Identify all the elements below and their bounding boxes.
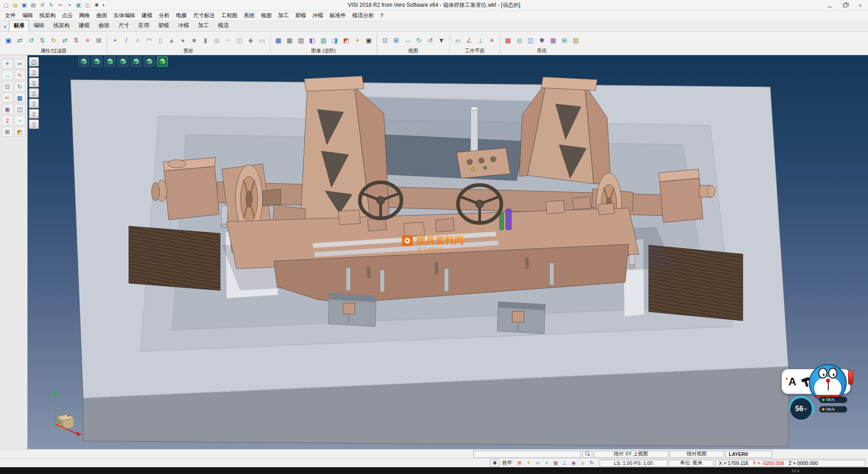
tab-application[interactable]: 应用 <box>134 20 154 31</box>
workplane-list-icon[interactable]: ≡ <box>486 35 497 46</box>
revolve-icon[interactable]: ◎ <box>212 35 222 46</box>
menu-item[interactable]: 文件 <box>2 11 19 20</box>
orbit-icon[interactable]: ↻ <box>414 35 424 46</box>
grid-toggle-icon[interactable]: ▦ <box>552 460 560 467</box>
copy-icon[interactable]: ◫ <box>14 104 26 114</box>
save-icon[interactable]: ▣ <box>20 1 28 9</box>
mask-points-icon[interactable]: ▯ <box>29 119 39 129</box>
cylinder-icon[interactable]: ▯ <box>155 35 165 46</box>
menu-item[interactable]: ? <box>377 12 387 20</box>
tab-die[interactable]: 冲模 <box>174 20 193 31</box>
transparency-icon[interactable]: ◨ <box>330 35 340 46</box>
tab-flow[interactable]: 模流 <box>213 20 233 31</box>
menu-item[interactable]: 工程图 <box>218 11 241 20</box>
snap-settings-icon[interactable]: ⊞ <box>515 460 524 467</box>
view-list-icon[interactable]: ▼ <box>436 35 447 46</box>
quick-access-caret-icon[interactable]: ▾ <box>101 3 106 7</box>
lighting-icon[interactable]: ✦ <box>352 35 363 46</box>
circle-icon[interactable]: ○ <box>132 35 143 46</box>
magnet-icon[interactable]: ◉ <box>570 460 578 467</box>
shell-icon[interactable]: ▭ <box>257 35 267 46</box>
mask-solids-icon[interactable]: ▯ <box>29 78 39 87</box>
texture-icon[interactable]: ▨ <box>318 35 329 46</box>
shaded-icon[interactable]: ▩ <box>273 35 283 46</box>
fill-icon[interactable]: ▩ <box>14 93 26 103</box>
zoom-extents-icon[interactable]: ⊡ <box>380 35 390 46</box>
view-cube-right-icon[interactable] <box>144 57 155 66</box>
view-cube-back-icon[interactable] <box>118 57 128 66</box>
menu-item[interactable]: 标准件 <box>326 11 349 20</box>
view-cube-front-icon[interactable] <box>104 57 115 66</box>
transform-icon[interactable]: ↔ <box>2 70 13 80</box>
close-button[interactable]: × <box>853 0 868 10</box>
memory-usage-gauge[interactable]: 56% <box>788 396 814 422</box>
sweep-icon[interactable]: ~ <box>223 35 233 46</box>
view-cube-iso-icon[interactable] <box>78 57 89 66</box>
undo-icon[interactable]: ↺ <box>38 1 47 9</box>
menu-item[interactable]: 塑模 <box>292 11 309 20</box>
filter-plane-icon[interactable]: ⇅ <box>71 35 81 46</box>
sketch-icon[interactable]: ✎ <box>14 70 26 80</box>
trim-icon[interactable]: ✂ <box>14 59 26 69</box>
ortho-icon[interactable]: ⊥ <box>561 460 569 467</box>
database-icon[interactable]: ▨ <box>571 35 581 46</box>
point-icon[interactable]: • <box>110 35 120 46</box>
tab-edit[interactable]: 编辑 <box>29 20 49 31</box>
view-cube-shaded-icon[interactable] <box>157 57 168 66</box>
tab-wireframe[interactable]: 线架构 <box>49 20 74 31</box>
wireframe-icon[interactable]: ▦ <box>284 35 295 46</box>
print-icon[interactable]: ▤ <box>29 1 38 9</box>
overlap-windows-icon[interactable]: ◫ <box>29 57 39 66</box>
view-cube-top-icon[interactable] <box>91 57 102 66</box>
options-icon[interactable]: ✱ <box>537 35 547 46</box>
menu-item[interactable]: 建模 <box>138 11 156 20</box>
filter-entity-icon[interactable]: ↺ <box>26 35 36 46</box>
menu-item[interactable]: 视图 <box>258 11 275 20</box>
ruler-icon[interactable]: ≡ <box>579 460 587 467</box>
globe-icon[interactable]: ◎ <box>514 35 524 46</box>
viewport-3d[interactable]: ◫▯▯▯▯▯▯ <box>28 55 868 449</box>
settings-icon[interactable]: ✱ <box>92 1 101 9</box>
workplane-3pt-icon[interactable]: ∠ <box>464 35 474 46</box>
smart-select-icon[interactable]: ⌖ <box>2 59 13 69</box>
menu-item[interactable]: 实体编辑 <box>110 11 138 20</box>
arc-icon[interactable]: ◠ <box>144 35 154 46</box>
tab-modeling[interactable]: 建模 <box>74 20 94 31</box>
grid-settings-icon[interactable]: ⊞ <box>559 35 570 46</box>
zoom-search-button[interactable] <box>582 450 592 458</box>
mask-wires-icon[interactable]: ▯ <box>29 109 39 118</box>
menu-item[interactable]: 点云 <box>59 11 76 20</box>
palette-icon[interactable]: ◩ <box>14 127 26 137</box>
filter-line-icon[interactable]: ⇄ <box>60 35 70 46</box>
box-select-icon[interactable]: ⊡ <box>2 81 13 91</box>
filter-toggle-icon[interactable]: ⊠ <box>94 35 104 46</box>
restore-button[interactable] <box>837 0 853 10</box>
tab-machining[interactable]: 加工 <box>193 20 213 31</box>
display-icon[interactable]: ◫ <box>525 35 536 46</box>
filter-color-icon[interactable]: ↻ <box>48 35 59 46</box>
tab-surface[interactable]: 曲面 <box>94 20 114 31</box>
command-field[interactable] <box>473 450 581 458</box>
sphere-icon[interactable]: ● <box>178 35 188 46</box>
cut-icon[interactable]: ✂ <box>56 1 65 9</box>
menu-item[interactable]: 线架构 <box>36 11 59 20</box>
plane-lock-icon[interactable]: ▱ <box>533 460 542 467</box>
tab-mould[interactable]: 塑模 <box>154 20 174 31</box>
mask-faces-icon[interactable]: ▯ <box>29 88 39 98</box>
mask-all-icon[interactable]: ▯ <box>29 67 39 77</box>
filter-layer-icon[interactable]: ⇅ <box>37 35 47 46</box>
fillet-icon[interactable]: ◆ <box>245 35 256 46</box>
menu-item[interactable]: 系统 <box>241 11 258 20</box>
menu-item[interactable]: 编辑 <box>19 11 36 20</box>
menu-item[interactable]: 尺寸标注 <box>190 11 218 20</box>
menu-item[interactable]: 网格 <box>76 11 93 20</box>
properties-icon[interactable]: ▣ <box>3 35 14 46</box>
menu-item[interactable]: 冲模 <box>309 11 326 20</box>
workplane-xy-icon[interactable]: ▱ <box>453 35 463 46</box>
menu-item[interactable]: 电极 <box>173 11 190 20</box>
refresh-icon[interactable]: ↻ <box>588 460 596 467</box>
menu-item[interactable]: 曲面 <box>93 11 110 20</box>
view-cube-left-icon[interactable] <box>131 57 142 66</box>
boolean-icon[interactable]: ◫ <box>234 35 245 46</box>
color-table-icon[interactable]: ▦ <box>503 35 513 46</box>
